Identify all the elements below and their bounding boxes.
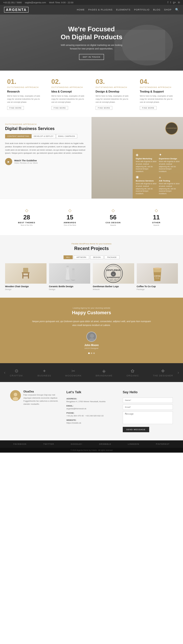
hero-content: We're Focused On Digital Products With a… [58, 25, 125, 60]
copyright-bar: © 2016 Argenta theme by Coloris - All ri… [0, 448, 183, 453]
feature-item-2: 02. Outstanding approach Idea & Concept … [49, 78, 89, 110]
project-item-2[interactable]: Ceramic Bottle Design Design [49, 263, 90, 291]
bottom-link-googleplus[interactable]: Google+ [71, 443, 82, 445]
footer-contact-col: Let's Talk Address: Bergplace 4, 2783 We… [66, 390, 116, 432]
brand-logo-6: ❖ [153, 368, 173, 374]
brand-3[interactable]: ✂ WOODWORK [65, 368, 82, 377]
projects-grid: Wooden Chair Design Design Ceramic Bottl… [5, 263, 178, 291]
project-item-1[interactable]: Wooden Chair Design Design [5, 263, 47, 291]
search-icon[interactable]: 🔍 [175, 8, 179, 11]
nav-elements[interactable]: ELEMENTS [116, 8, 131, 11]
testimonial-role: UI/UX Designer [15, 347, 168, 349]
filter-package[interactable]: PACKAGE [104, 255, 119, 259]
play-button[interactable]: ▶ [5, 158, 12, 165]
nav-pages[interactable]: PAGES & PLUGINS [88, 8, 113, 11]
project-name-1: Wooden Chair Design [5, 285, 47, 288]
testimonials-title: Happy Customers [15, 310, 168, 316]
watch-guide-text: Watch The Guideline Video Review of our … [14, 159, 38, 164]
stat-icon-4: ◇ [135, 208, 178, 213]
project-item-4[interactable]: COFFEE TO GO Coffee To Co Cup Package [137, 263, 178, 291]
filter-all[interactable]: ALL [64, 255, 73, 259]
nav-home[interactable]: HOME [77, 8, 85, 11]
nav-shop[interactable]: SHOP [164, 8, 172, 11]
footer-web-value: https://ctodek.sk [66, 422, 116, 424]
services-right: ◈ Digital Marketing Work with Argenta to… [92, 117, 183, 199]
bottom-link-facebook[interactable]: Facebook [13, 443, 27, 445]
feature-btn-2[interactable]: FIND MORE [51, 106, 68, 110]
svg-text:GENTLEMAN: GENTLEMAN [106, 269, 121, 271]
stat-number-4: 11 [135, 214, 178, 221]
footer-send-button[interactable]: SEND MESSAGE [123, 427, 149, 432]
bottom-link-pinterest[interactable]: Pinterest [156, 443, 170, 445]
features-section: 01. Outstanding approach Research We're … [0, 71, 183, 117]
copyright-text: © 2016 Argenta theme by Coloris - All ri… [70, 449, 112, 451]
feature-item-3: 03. Outstanding approach Design & Develo… [94, 78, 134, 110]
brand-1[interactable]: ⚙ CRAFTSM. [10, 368, 24, 377]
stat-label-2: AWWARDS [48, 221, 92, 224]
stat-sublabel-4: Awards [135, 224, 178, 226]
bottom-link-dribbble[interactable]: Dribbble [99, 443, 111, 445]
brand-name-6: THE DESIGNER [153, 374, 173, 377]
dot-2[interactable] [91, 352, 92, 354]
watch-guide[interactable]: ▶ Watch The Guideline Video Review of ou… [5, 158, 86, 165]
dot-3[interactable] [93, 352, 95, 354]
linkedin-icon[interactable]: in [178, 1, 180, 4]
feature-btn-4[interactable]: FIND MORE [140, 106, 157, 110]
social-links[interactable]: f t g+ in [167, 1, 180, 4]
services-tab-2[interactable]: DEVELOP & DEPLOY [32, 134, 56, 138]
brand-2[interactable]: ✦ BUSINESS [38, 368, 51, 377]
footer-form-col: Say Hello SEND MESSAGE [123, 390, 173, 432]
feature-btn-3[interactable]: FIND MORE [96, 106, 112, 110]
services-tab-3[interactable]: EMAIL CAMPAIGN [56, 134, 78, 138]
footer-name-input[interactable] [123, 398, 173, 403]
hero-cta-button[interactable]: GET IN TOUCH [79, 54, 104, 60]
facebook-icon[interactable]: f [167, 1, 168, 4]
navbar-logo[interactable]: ARGENTA [4, 7, 28, 12]
nav-portfolio[interactable]: PORTFOLIO [134, 8, 150, 11]
svg-rect-4 [23, 268, 28, 272]
project-name-3: Gentleman Barber Logo [93, 285, 134, 288]
service-card-title-1: Digital Marketing [136, 157, 157, 160]
brand-4[interactable]: ◈ BRANDNAME [96, 368, 113, 377]
feature-desc-4: We're here to help, examples of web copy… [140, 95, 176, 104]
stat-sublabel-3: Awards [92, 224, 135, 226]
footer-message-input[interactable] [123, 411, 173, 424]
project-category-4: Package [137, 288, 178, 291]
svg-point-11 [66, 266, 69, 267]
nav-blog[interactable]: BLOG [153, 8, 160, 11]
brand-logo-5: ✿ [127, 368, 139, 374]
filter-design[interactable]: DESIGN [90, 255, 103, 259]
stat-icon-2: ◇ [48, 208, 92, 213]
filter-artwork[interactable]: ARTWORK [74, 255, 89, 259]
services-left: Outstanding approach Digital Business Se… [0, 117, 92, 199]
services-description: Duis aute irure dolor in reprehenderit i… [5, 142, 86, 155]
top-bar-left: +43 (0) 351 / 5680 sagita@argenta.com Wo… [3, 1, 73, 4]
services-tab-1[interactable]: CONTENT MARKETING [5, 134, 32, 138]
twitter-icon[interactable]: t [170, 1, 171, 4]
hero-section: We're Focused On Digital Products With a… [0, 15, 183, 71]
bottom-link-linkedin[interactable]: LinkedIn [128, 443, 139, 445]
dot-1[interactable] [88, 352, 90, 354]
stat-icon-3: ◇ [92, 208, 135, 213]
svg-point-25 [90, 334, 94, 338]
brand-name-2: BUSINESS [38, 374, 51, 377]
brand-6[interactable]: ❖ THE DESIGNER [153, 368, 173, 377]
stat-3: ◇ 56 CSS DESIGN Awards [92, 205, 135, 229]
footer-contact-title: Let's Talk [66, 390, 116, 394]
email-info: sagita@argenta.com [25, 1, 46, 4]
bottom-bar: Facebook Twitter Google+ Dribbble Linked… [0, 440, 183, 448]
svg-point-22 [153, 268, 161, 269]
bottom-link-twitter[interactable]: Twitter [43, 443, 54, 445]
brand-5[interactable]: ✿ ORGANIC [127, 368, 139, 377]
project-item-3[interactable]: GENTLEMAN ✂ BARBERSHOP EST. XIX Gentlema… [93, 263, 134, 291]
testimonials-subtitle: Leading Agency for your stunning website [15, 307, 168, 309]
footer-email-input[interactable] [123, 404, 173, 410]
brands-list: ⚙ CRAFTSM. ✦ BUSINESS ✂ WOODWORK ◈ BRAND… [5, 368, 177, 377]
footer-web-label: Website: [66, 419, 116, 421]
googleplus-icon[interactable]: g+ [173, 1, 176, 4]
brands-next-arrow[interactable]: › [178, 370, 179, 375]
projects-title: Recent Projects [5, 246, 178, 251]
feature-title-4: Testing & Support [140, 90, 176, 93]
project-thumb-2 [49, 263, 90, 284]
feature-btn-1[interactable]: FIND MORE [7, 106, 24, 110]
